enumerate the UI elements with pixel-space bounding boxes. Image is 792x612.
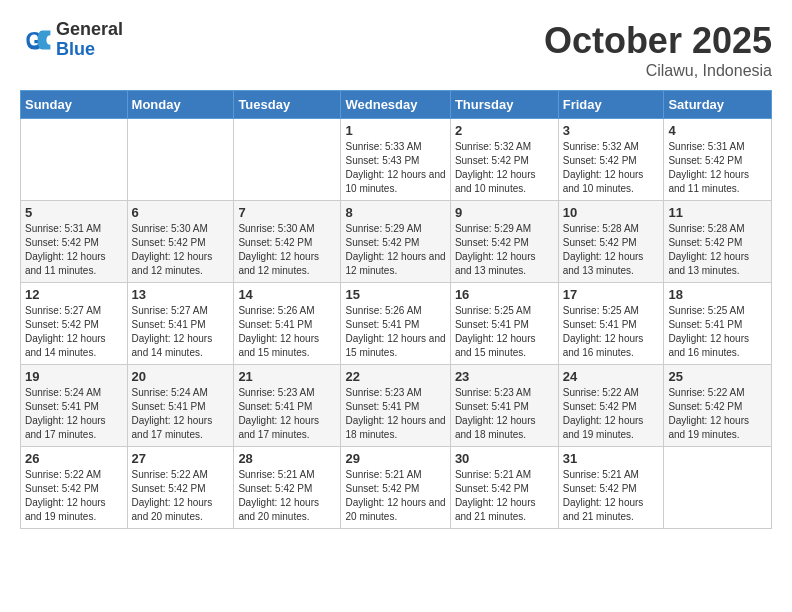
day-number: 22	[345, 369, 445, 384]
day-number: 25	[668, 369, 767, 384]
day-number: 20	[132, 369, 230, 384]
day-info: Sunrise: 5:32 AM Sunset: 5:42 PM Dayligh…	[455, 140, 554, 196]
calendar-cell: 19Sunrise: 5:24 AM Sunset: 5:41 PM Dayli…	[21, 365, 128, 447]
calendar-week-row: 5Sunrise: 5:31 AM Sunset: 5:42 PM Daylig…	[21, 201, 772, 283]
day-info: Sunrise: 5:32 AM Sunset: 5:42 PM Dayligh…	[563, 140, 660, 196]
calendar-cell: 9Sunrise: 5:29 AM Sunset: 5:42 PM Daylig…	[450, 201, 558, 283]
calendar-cell: 13Sunrise: 5:27 AM Sunset: 5:41 PM Dayli…	[127, 283, 234, 365]
calendar-cell: 8Sunrise: 5:29 AM Sunset: 5:42 PM Daylig…	[341, 201, 450, 283]
day-number: 27	[132, 451, 230, 466]
day-number: 8	[345, 205, 445, 220]
day-number: 28	[238, 451, 336, 466]
day-info: Sunrise: 5:21 AM Sunset: 5:42 PM Dayligh…	[563, 468, 660, 524]
day-number: 2	[455, 123, 554, 138]
page-header: General Blue October 2025 Cilawu, Indone…	[20, 20, 772, 80]
day-header-monday: Monday	[127, 91, 234, 119]
day-number: 15	[345, 287, 445, 302]
day-number: 5	[25, 205, 123, 220]
day-number: 14	[238, 287, 336, 302]
calendar-cell: 21Sunrise: 5:23 AM Sunset: 5:41 PM Dayli…	[234, 365, 341, 447]
calendar-cell: 16Sunrise: 5:25 AM Sunset: 5:41 PM Dayli…	[450, 283, 558, 365]
calendar-cell: 7Sunrise: 5:30 AM Sunset: 5:42 PM Daylig…	[234, 201, 341, 283]
logo-blue: Blue	[56, 40, 123, 60]
day-number: 26	[25, 451, 123, 466]
day-number: 18	[668, 287, 767, 302]
day-number: 11	[668, 205, 767, 220]
day-info: Sunrise: 5:27 AM Sunset: 5:41 PM Dayligh…	[132, 304, 230, 360]
calendar-cell: 23Sunrise: 5:23 AM Sunset: 5:41 PM Dayli…	[450, 365, 558, 447]
calendar-cell: 26Sunrise: 5:22 AM Sunset: 5:42 PM Dayli…	[21, 447, 128, 529]
day-info: Sunrise: 5:30 AM Sunset: 5:42 PM Dayligh…	[238, 222, 336, 278]
day-number: 17	[563, 287, 660, 302]
calendar-week-row: 26Sunrise: 5:22 AM Sunset: 5:42 PM Dayli…	[21, 447, 772, 529]
calendar-cell: 5Sunrise: 5:31 AM Sunset: 5:42 PM Daylig…	[21, 201, 128, 283]
day-info: Sunrise: 5:27 AM Sunset: 5:42 PM Dayligh…	[25, 304, 123, 360]
day-info: Sunrise: 5:21 AM Sunset: 5:42 PM Dayligh…	[238, 468, 336, 524]
day-number: 1	[345, 123, 445, 138]
day-info: Sunrise: 5:23 AM Sunset: 5:41 PM Dayligh…	[238, 386, 336, 442]
day-info: Sunrise: 5:23 AM Sunset: 5:41 PM Dayligh…	[345, 386, 445, 442]
day-info: Sunrise: 5:31 AM Sunset: 5:42 PM Dayligh…	[668, 140, 767, 196]
calendar-cell: 24Sunrise: 5:22 AM Sunset: 5:42 PM Dayli…	[558, 365, 664, 447]
day-info: Sunrise: 5:21 AM Sunset: 5:42 PM Dayligh…	[345, 468, 445, 524]
calendar-cell	[664, 447, 772, 529]
calendar-cell: 18Sunrise: 5:25 AM Sunset: 5:41 PM Dayli…	[664, 283, 772, 365]
day-header-wednesday: Wednesday	[341, 91, 450, 119]
calendar-cell: 4Sunrise: 5:31 AM Sunset: 5:42 PM Daylig…	[664, 119, 772, 201]
calendar-cell: 12Sunrise: 5:27 AM Sunset: 5:42 PM Dayli…	[21, 283, 128, 365]
day-number: 16	[455, 287, 554, 302]
calendar-cell: 27Sunrise: 5:22 AM Sunset: 5:42 PM Dayli…	[127, 447, 234, 529]
day-info: Sunrise: 5:30 AM Sunset: 5:42 PM Dayligh…	[132, 222, 230, 278]
calendar-week-row: 1Sunrise: 5:33 AM Sunset: 5:43 PM Daylig…	[21, 119, 772, 201]
calendar-cell: 14Sunrise: 5:26 AM Sunset: 5:41 PM Dayli…	[234, 283, 341, 365]
calendar-header-row: SundayMondayTuesdayWednesdayThursdayFrid…	[21, 91, 772, 119]
calendar-cell: 2Sunrise: 5:32 AM Sunset: 5:42 PM Daylig…	[450, 119, 558, 201]
day-number: 23	[455, 369, 554, 384]
logo-icon	[20, 24, 52, 56]
day-number: 9	[455, 205, 554, 220]
calendar-table: SundayMondayTuesdayWednesdayThursdayFrid…	[20, 90, 772, 529]
day-info: Sunrise: 5:33 AM Sunset: 5:43 PM Dayligh…	[345, 140, 445, 196]
day-number: 6	[132, 205, 230, 220]
day-info: Sunrise: 5:24 AM Sunset: 5:41 PM Dayligh…	[25, 386, 123, 442]
day-info: Sunrise: 5:22 AM Sunset: 5:42 PM Dayligh…	[563, 386, 660, 442]
day-number: 29	[345, 451, 445, 466]
calendar-cell	[234, 119, 341, 201]
calendar-cell	[21, 119, 128, 201]
day-header-tuesday: Tuesday	[234, 91, 341, 119]
calendar-cell: 17Sunrise: 5:25 AM Sunset: 5:41 PM Dayli…	[558, 283, 664, 365]
day-number: 24	[563, 369, 660, 384]
calendar-week-row: 19Sunrise: 5:24 AM Sunset: 5:41 PM Dayli…	[21, 365, 772, 447]
calendar-cell: 6Sunrise: 5:30 AM Sunset: 5:42 PM Daylig…	[127, 201, 234, 283]
day-number: 31	[563, 451, 660, 466]
day-number: 19	[25, 369, 123, 384]
calendar-cell: 25Sunrise: 5:22 AM Sunset: 5:42 PM Dayli…	[664, 365, 772, 447]
day-number: 30	[455, 451, 554, 466]
day-info: Sunrise: 5:29 AM Sunset: 5:42 PM Dayligh…	[455, 222, 554, 278]
calendar-cell	[127, 119, 234, 201]
day-header-thursday: Thursday	[450, 91, 558, 119]
day-info: Sunrise: 5:22 AM Sunset: 5:42 PM Dayligh…	[132, 468, 230, 524]
calendar-cell: 1Sunrise: 5:33 AM Sunset: 5:43 PM Daylig…	[341, 119, 450, 201]
day-info: Sunrise: 5:22 AM Sunset: 5:42 PM Dayligh…	[668, 386, 767, 442]
day-number: 21	[238, 369, 336, 384]
day-info: Sunrise: 5:29 AM Sunset: 5:42 PM Dayligh…	[345, 222, 445, 278]
calendar-cell: 3Sunrise: 5:32 AM Sunset: 5:42 PM Daylig…	[558, 119, 664, 201]
logo-text: General Blue	[56, 20, 123, 60]
day-info: Sunrise: 5:25 AM Sunset: 5:41 PM Dayligh…	[668, 304, 767, 360]
calendar-week-row: 12Sunrise: 5:27 AM Sunset: 5:42 PM Dayli…	[21, 283, 772, 365]
day-number: 3	[563, 123, 660, 138]
calendar-cell: 20Sunrise: 5:24 AM Sunset: 5:41 PM Dayli…	[127, 365, 234, 447]
day-info: Sunrise: 5:28 AM Sunset: 5:42 PM Dayligh…	[563, 222, 660, 278]
title-block: October 2025 Cilawu, Indonesia	[544, 20, 772, 80]
day-info: Sunrise: 5:25 AM Sunset: 5:41 PM Dayligh…	[455, 304, 554, 360]
calendar-cell: 22Sunrise: 5:23 AM Sunset: 5:41 PM Dayli…	[341, 365, 450, 447]
calendar-cell: 28Sunrise: 5:21 AM Sunset: 5:42 PM Dayli…	[234, 447, 341, 529]
day-number: 4	[668, 123, 767, 138]
calendar-cell: 31Sunrise: 5:21 AM Sunset: 5:42 PM Dayli…	[558, 447, 664, 529]
calendar-cell: 29Sunrise: 5:21 AM Sunset: 5:42 PM Dayli…	[341, 447, 450, 529]
day-header-friday: Friday	[558, 91, 664, 119]
day-info: Sunrise: 5:26 AM Sunset: 5:41 PM Dayligh…	[238, 304, 336, 360]
day-number: 7	[238, 205, 336, 220]
day-info: Sunrise: 5:22 AM Sunset: 5:42 PM Dayligh…	[25, 468, 123, 524]
